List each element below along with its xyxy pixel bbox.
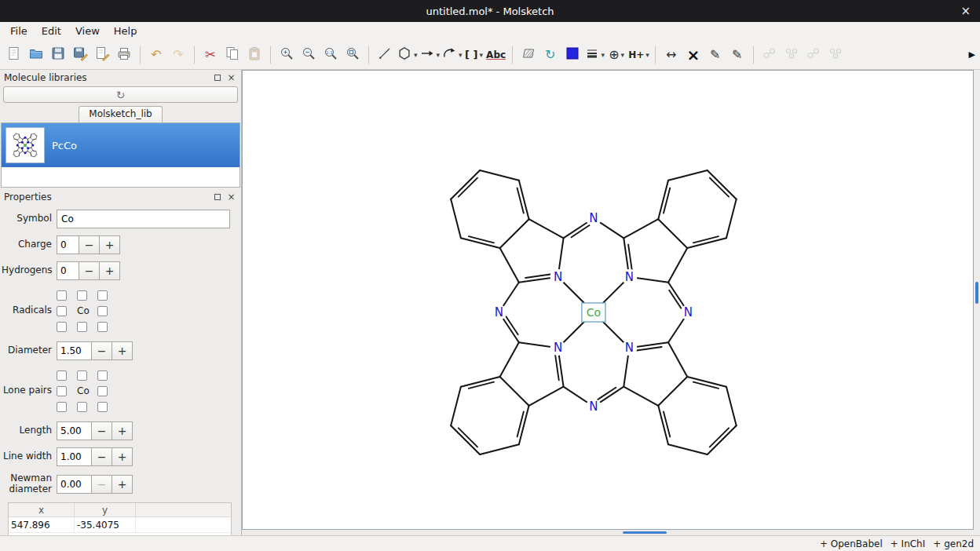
hydrogens-increment-button[interactable]: + bbox=[99, 261, 120, 280]
save-as-button[interactable] bbox=[70, 44, 90, 66]
delete-tool[interactable]: × bbox=[683, 44, 704, 66]
bond[interactable] bbox=[668, 342, 687, 377]
radical-checkbox[interactable] bbox=[97, 322, 108, 332]
redo-button[interactable]: ↷ bbox=[168, 44, 188, 66]
bond[interactable] bbox=[668, 444, 708, 454]
hatch-region-tool[interactable] bbox=[518, 44, 539, 66]
bond[interactable] bbox=[480, 444, 519, 454]
bracket-tool-dropdown[interactable]: ▾ bbox=[480, 51, 484, 59]
coord-x-value[interactable]: 547.896 bbox=[9, 517, 75, 533]
radical-checkbox[interactable] bbox=[97, 290, 108, 301]
bond[interactable] bbox=[668, 170, 708, 181]
lone-pair-checkbox[interactable] bbox=[57, 386, 67, 396]
menu-edit[interactable]: Edit bbox=[35, 24, 68, 38]
structure-tool-3[interactable] bbox=[803, 44, 824, 66]
atom-label-N[interactable]: N bbox=[589, 211, 598, 225]
zoom-out-button[interactable] bbox=[298, 44, 319, 66]
library-panel-float-button[interactable] bbox=[211, 71, 223, 83]
bond[interactable] bbox=[500, 377, 529, 406]
bond[interactable] bbox=[529, 219, 564, 238]
mechanism-pencil-plus-tool[interactable]: ✎ bbox=[727, 44, 748, 66]
length-decrement-button[interactable]: − bbox=[91, 421, 112, 440]
drawing-canvas[interactable]: NNNNNNNNCo bbox=[242, 70, 974, 530]
radical-checkbox[interactable] bbox=[57, 322, 67, 332]
arrow-tool-dropdown[interactable]: ▾ bbox=[437, 51, 441, 59]
tab-molsketch-lib[interactable]: Molsketch_lib bbox=[79, 106, 162, 122]
bond[interactable] bbox=[658, 377, 687, 406]
line-width-tool-dropdown[interactable]: ▾ bbox=[602, 51, 605, 59]
atom-label-N[interactable]: N bbox=[589, 400, 598, 414]
zoom-in-button[interactable] bbox=[276, 44, 297, 66]
bond[interactable] bbox=[451, 170, 480, 199]
symbol-input[interactable] bbox=[57, 210, 230, 228]
diameter-input[interactable] bbox=[57, 341, 92, 360]
cut-button[interactable]: ✂ bbox=[200, 44, 221, 66]
bond[interactable] bbox=[710, 178, 729, 197]
atom-label-N[interactable]: N bbox=[684, 305, 693, 319]
lone-pair-checkbox[interactable] bbox=[77, 370, 87, 381]
bond[interactable] bbox=[459, 178, 477, 197]
bond[interactable] bbox=[658, 219, 687, 248]
newman-decrement-button[interactable]: − bbox=[91, 475, 112, 494]
bond[interactable] bbox=[637, 347, 662, 351]
structure-tool-4[interactable] bbox=[825, 44, 846, 66]
ring-tool-dropdown[interactable]: ▾ bbox=[414, 51, 418, 59]
bond[interactable] bbox=[555, 356, 559, 381]
bond[interactable] bbox=[500, 248, 519, 283]
vertical-scroll-thumb[interactable] bbox=[975, 282, 978, 304]
library-panel-close-button[interactable]: × bbox=[225, 71, 237, 83]
atom-label-N[interactable]: N bbox=[554, 270, 562, 284]
charge-tool-dropdown[interactable]: ▾ bbox=[621, 51, 625, 59]
charge-input[interactable] bbox=[57, 235, 79, 254]
rotate-tool[interactable]: ↻ bbox=[540, 44, 561, 66]
radical-checkbox[interactable] bbox=[77, 290, 87, 301]
bond[interactable] bbox=[500, 342, 519, 377]
color-swatch-button[interactable] bbox=[562, 44, 583, 66]
line-width-increment-button[interactable]: + bbox=[112, 447, 133, 466]
bond[interactable] bbox=[628, 245, 632, 270]
print-button[interactable] bbox=[114, 44, 134, 66]
draw-bond-tool[interactable] bbox=[375, 44, 395, 66]
bond[interactable] bbox=[708, 170, 737, 199]
lone-pair-checkbox[interactable] bbox=[57, 370, 67, 381]
curved-arrow-tool-dropdown[interactable]: ▾ bbox=[459, 51, 463, 59]
line-width-decrement-button[interactable]: − bbox=[91, 447, 112, 466]
bond[interactable] bbox=[726, 199, 737, 238]
save-button[interactable] bbox=[48, 44, 68, 66]
radical-checkbox[interactable] bbox=[57, 290, 67, 301]
ring-tool[interactable]: ▾ bbox=[397, 44, 418, 66]
paste-button[interactable] bbox=[244, 44, 265, 66]
structure-tool-2[interactable] bbox=[781, 44, 802, 66]
arrow-tool[interactable]: ▾ bbox=[419, 44, 441, 66]
diameter-decrement-button[interactable]: − bbox=[91, 341, 112, 360]
bond[interactable] bbox=[623, 219, 658, 238]
atom-label-N[interactable]: N bbox=[625, 341, 634, 355]
bond[interactable] bbox=[525, 275, 550, 279]
molecule-drawing[interactable]: NNNNNNNNCo bbox=[243, 71, 973, 529]
zoom-original-button[interactable]: 1:1 bbox=[320, 44, 341, 66]
bond[interactable] bbox=[480, 170, 519, 181]
bond[interactable] bbox=[710, 428, 729, 447]
coord-y-value[interactable]: -35.4075 bbox=[75, 517, 136, 533]
export-button[interactable] bbox=[92, 44, 112, 66]
line-width-tool[interactable]: ▾ bbox=[584, 44, 605, 66]
bond[interactable] bbox=[623, 387, 658, 406]
undo-button[interactable]: ↶ bbox=[146, 44, 166, 66]
bond[interactable] bbox=[451, 425, 480, 454]
atom-label-Co[interactable]: Co bbox=[587, 306, 601, 319]
hydrogen-tool-dropdown[interactable]: ▾ bbox=[645, 51, 649, 59]
length-input[interactable] bbox=[57, 421, 92, 440]
lone-pair-checkbox[interactable] bbox=[57, 402, 67, 412]
curved-arrow-tool[interactable]: ▾ bbox=[441, 44, 463, 66]
copy-button[interactable] bbox=[222, 44, 243, 66]
flip-tool[interactable]: ↔ bbox=[661, 44, 682, 66]
lone-pair-checkbox[interactable] bbox=[97, 402, 108, 412]
library-item-pcco[interactable]: PcCo bbox=[2, 123, 240, 167]
atom-label-N[interactable]: N bbox=[625, 270, 634, 284]
hydrogen-tool[interactable]: H+▾ bbox=[628, 44, 649, 66]
new-file-button[interactable] bbox=[4, 44, 24, 66]
bond[interactable] bbox=[451, 199, 461, 238]
bond[interactable] bbox=[726, 387, 737, 426]
line-width-input[interactable] bbox=[57, 447, 92, 466]
text-tool[interactable]: Abc bbox=[486, 44, 506, 66]
